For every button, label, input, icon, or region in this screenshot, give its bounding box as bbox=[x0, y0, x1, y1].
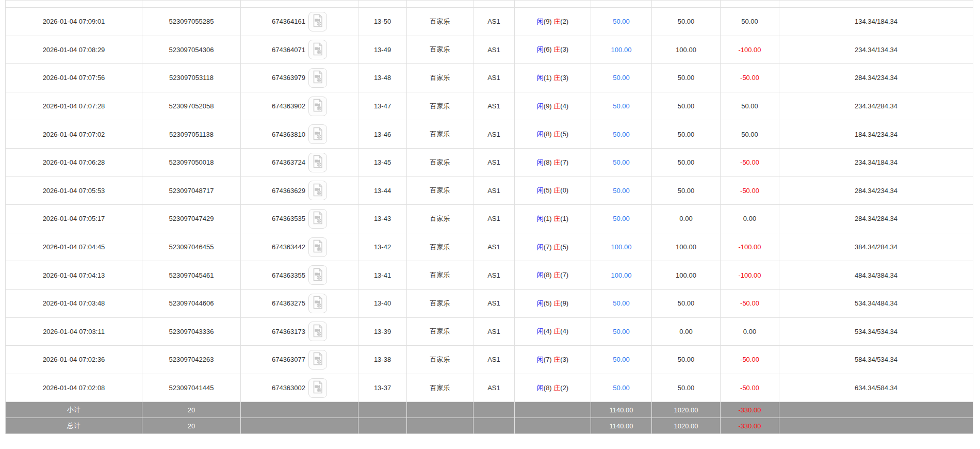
table-row: 2026-01-04 07:03:11 523097043336 6743631… bbox=[6, 317, 973, 346]
game-name-cell: 百家乐 bbox=[407, 346, 473, 374]
video-replay-button[interactable] bbox=[308, 40, 327, 59]
video-replay-button[interactable] bbox=[308, 124, 327, 144]
balance-cell: 234.34/134.34 bbox=[779, 36, 973, 64]
bet-amount-cell: 50.00 bbox=[591, 64, 652, 92]
video-replay-button[interactable] bbox=[308, 12, 327, 31]
video-replay-button[interactable] bbox=[308, 97, 327, 116]
table-name-cell: AS1 bbox=[473, 261, 515, 290]
winloss-cell: 50.00 bbox=[721, 120, 779, 149]
video-replay-button[interactable] bbox=[308, 153, 327, 172]
bet-amount-link[interactable]: 100.00 bbox=[611, 46, 632, 54]
game-result-cell: 闲(8) 庄(7) bbox=[515, 148, 591, 177]
banker-result-label: 庄 bbox=[553, 299, 560, 307]
banker-result-label: 庄 bbox=[553, 102, 560, 110]
game-result-cell: 闲(5) 庄(0) bbox=[515, 177, 591, 205]
valid-bet-cell: 0.00 bbox=[652, 205, 721, 233]
table-row: 2026-01-04 07:07:02 523097051138 6743638… bbox=[6, 120, 973, 149]
order-no-cell: 523097041445 bbox=[142, 374, 241, 402]
order-no-cell: 523097047429 bbox=[142, 205, 241, 233]
banker-result-score: (1) bbox=[560, 215, 568, 222]
video-replay-button[interactable] bbox=[308, 294, 327, 313]
subtotal-empty-cell bbox=[473, 402, 515, 418]
game-name-cell: 百家乐 bbox=[407, 205, 473, 233]
bet-amount-link[interactable]: 50.00 bbox=[613, 356, 630, 363]
order-no-cell: 523097054306 bbox=[142, 36, 241, 64]
order-no-cell: 523097046455 bbox=[142, 233, 241, 261]
session-no-cell: 674363442 bbox=[241, 233, 358, 261]
table-row: 2026-01-04 07:09:01 523097055285 6743641… bbox=[6, 8, 973, 36]
bet-amount-link[interactable]: 50.00 bbox=[613, 328, 630, 335]
winloss-cell: -50.00 bbox=[721, 64, 779, 92]
bet-time-cell: 2026-01-04 07:05:53 bbox=[6, 177, 142, 205]
banker-result-label: 庄 bbox=[553, 271, 560, 279]
video-replay-button[interactable] bbox=[308, 68, 327, 88]
banker-result-label: 庄 bbox=[553, 243, 560, 251]
header-cell bbox=[6, 1, 142, 8]
video-replay-button[interactable] bbox=[308, 350, 327, 370]
bet-history-table: 2026-01-04 07:09:01 523097055285 6743641… bbox=[5, 0, 973, 434]
winloss-cell: -50.00 bbox=[721, 346, 779, 374]
round-cell: 13-45 bbox=[358, 148, 407, 177]
bet-amount-cell: 50.00 bbox=[591, 374, 652, 402]
bet-time-cell: 2026-01-04 07:03:11 bbox=[6, 317, 142, 346]
table-body: 2026-01-04 07:09:01 523097055285 6743641… bbox=[6, 8, 973, 402]
banker-result-score: (5) bbox=[560, 243, 568, 251]
table-row: 2026-01-04 07:03:48 523097044606 6743632… bbox=[6, 289, 973, 317]
bet-time-cell: 2026-01-04 07:06:28 bbox=[6, 148, 142, 177]
player-result-score: (1) bbox=[544, 215, 552, 222]
bet-amount-link[interactable]: 50.00 bbox=[613, 384, 630, 392]
video-file-icon bbox=[312, 296, 324, 311]
video-file-icon bbox=[312, 268, 324, 283]
game-result-cell: 闲(8) 庄(7) bbox=[515, 261, 591, 290]
banker-result-score: (9) bbox=[560, 299, 568, 307]
video-replay-button[interactable] bbox=[308, 237, 327, 257]
round-cell: 13-47 bbox=[358, 92, 407, 120]
valid-bet-cell: 100.00 bbox=[652, 261, 721, 290]
bet-amount-link[interactable]: 50.00 bbox=[613, 102, 630, 110]
banker-result-score: (7) bbox=[560, 271, 568, 279]
winloss-cell: -100.00 bbox=[721, 36, 779, 64]
bet-amount-link[interactable]: 50.00 bbox=[613, 299, 630, 307]
banker-result-label: 庄 bbox=[553, 327, 560, 335]
video-replay-button[interactable] bbox=[308, 181, 327, 200]
valid-bet-cell: 100.00 bbox=[652, 36, 721, 64]
total-count: 20 bbox=[142, 418, 241, 434]
session-no: 674363724 bbox=[272, 158, 305, 166]
order-no-cell: 523097052058 bbox=[142, 92, 241, 120]
bet-amount-link[interactable]: 100.00 bbox=[611, 271, 632, 279]
bet-amount-cell: 50.00 bbox=[591, 148, 652, 177]
game-name-cell: 百家乐 bbox=[407, 36, 473, 64]
winloss-cell: -50.00 bbox=[721, 374, 779, 402]
bet-amount-link[interactable]: 100.00 bbox=[611, 243, 632, 251]
video-replay-button[interactable] bbox=[308, 322, 327, 341]
game-name-cell: 百家乐 bbox=[407, 289, 473, 317]
banker-result-score: (4) bbox=[560, 102, 568, 110]
order-no-cell: 523097050018 bbox=[142, 148, 241, 177]
bet-amount-link[interactable]: 50.00 bbox=[613, 215, 630, 222]
table-name-cell: AS1 bbox=[473, 177, 515, 205]
game-name-cell: 百家乐 bbox=[407, 92, 473, 120]
video-file-icon bbox=[312, 42, 324, 57]
header-cell bbox=[652, 1, 721, 8]
round-cell: 13-46 bbox=[358, 120, 407, 149]
bet-amount-link[interactable]: 50.00 bbox=[613, 131, 630, 138]
balance-cell: 534.34/534.34 bbox=[779, 317, 973, 346]
bet-amount-link[interactable]: 50.00 bbox=[613, 187, 630, 195]
video-replay-button[interactable] bbox=[308, 209, 327, 229]
subtotal-empty-cell bbox=[358, 402, 407, 418]
player-result-score: (5) bbox=[544, 186, 552, 194]
balance-cell: 284.34/234.34 bbox=[779, 64, 973, 92]
round-cell: 13-44 bbox=[358, 177, 407, 205]
bet-amount-link[interactable]: 50.00 bbox=[613, 18, 630, 25]
game-name-cell: 百家乐 bbox=[407, 148, 473, 177]
video-replay-button[interactable] bbox=[308, 378, 327, 398]
video-replay-button[interactable] bbox=[308, 265, 327, 285]
session-no: 674363535 bbox=[272, 215, 305, 222]
banker-result-label: 庄 bbox=[553, 186, 560, 194]
bet-amount-link[interactable]: 50.00 bbox=[613, 74, 630, 82]
table-row: 2026-01-04 07:05:17 523097047429 6743635… bbox=[6, 205, 973, 233]
table-name-cell: AS1 bbox=[473, 92, 515, 120]
valid-bet-cell: 50.00 bbox=[652, 374, 721, 402]
bet-amount-link[interactable]: 50.00 bbox=[613, 158, 630, 166]
table-row: 2026-01-04 07:04:45 523097046455 6743634… bbox=[6, 233, 973, 261]
